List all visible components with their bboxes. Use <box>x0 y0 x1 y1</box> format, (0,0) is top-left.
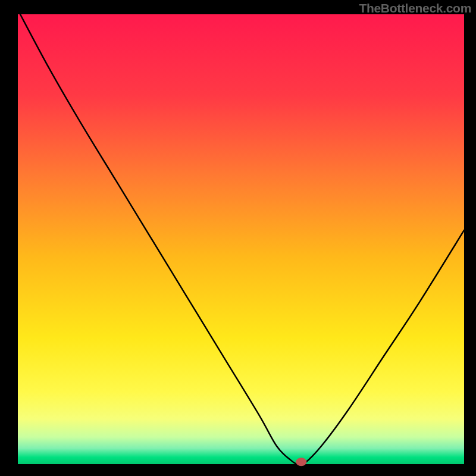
optimal-point-marker <box>296 458 306 466</box>
plot-background <box>18 14 464 464</box>
bottleneck-chart <box>0 0 476 476</box>
watermark-text: TheBottleneck.com <box>359 1 471 15</box>
chart-frame: TheBottleneck.com <box>0 0 476 476</box>
